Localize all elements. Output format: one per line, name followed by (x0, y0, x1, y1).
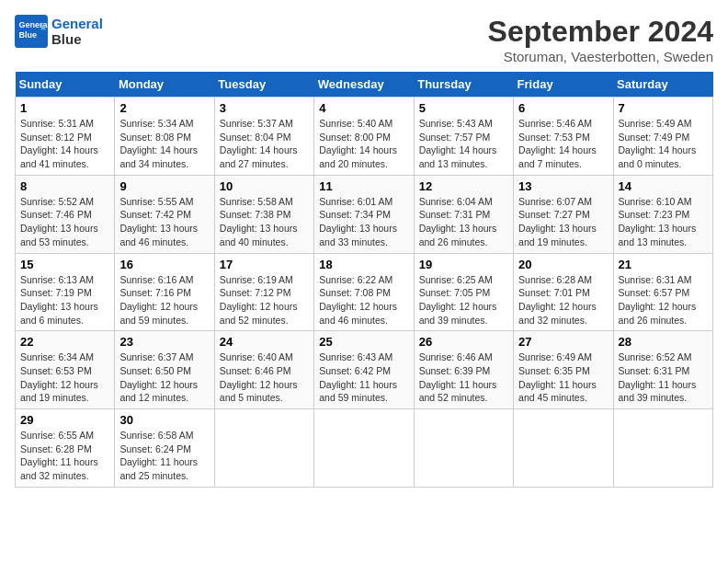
day-number: 16 (119, 258, 209, 271)
logo-icon: General Blue (15, 15, 48, 48)
day-info: Sunrise: 6:46 AM Sunset: 6:39 PM Dayligh… (419, 350, 508, 405)
day-cell-21: 21 Sunrise: 6:31 AM Sunset: 6:57 PM Dayl… (613, 253, 712, 331)
day-cell-17: 17 Sunrise: 6:19 AM Sunset: 7:12 PM Dayl… (214, 253, 313, 331)
day-number: 23 (119, 335, 209, 349)
day-info: Sunrise: 5:31 AM Sunset: 8:12 PM Dayligh… (20, 117, 109, 171)
day-number: 21 (619, 258, 708, 271)
day-info: Sunrise: 6:19 AM Sunset: 7:12 PM Dayligh… (220, 273, 309, 327)
day-cell-25: 25 Sunrise: 6:43 AM Sunset: 6:42 PM Dayl… (314, 331, 414, 409)
week-row: 1 Sunrise: 5:31 AM Sunset: 8:12 PM Dayli… (16, 98, 713, 176)
empty-cell (414, 409, 513, 488)
day-number: 13 (518, 179, 608, 193)
day-cell-2: 2 Sunrise: 5:34 AM Sunset: 8:08 PM Dayli… (115, 98, 214, 176)
day-number: 27 (518, 335, 608, 349)
svg-text:Blue: Blue (19, 30, 38, 40)
day-number: 20 (518, 258, 608, 271)
day-cell-22: 22 Sunrise: 6:34 AM Sunset: 6:53 PM Dayl… (16, 331, 115, 409)
day-info: Sunrise: 6:31 AM Sunset: 6:57 PM Dayligh… (619, 273, 708, 327)
day-number: 30 (119, 413, 209, 427)
empty-cell (514, 409, 613, 488)
day-cell-3: 3 Sunrise: 5:37 AM Sunset: 8:04 PM Dayli… (214, 98, 313, 176)
day-info: Sunrise: 5:58 AM Sunset: 7:38 PM Dayligh… (220, 195, 309, 249)
day-info: Sunrise: 5:40 AM Sunset: 8:00 PM Dayligh… (319, 117, 408, 171)
day-number: 24 (220, 335, 309, 349)
day-info: Sunrise: 6:37 AM Sunset: 6:50 PM Dayligh… (119, 350, 209, 405)
header-thursday: Thursday (414, 72, 513, 98)
day-cell-6: 6 Sunrise: 5:46 AM Sunset: 7:53 PM Dayli… (514, 98, 613, 176)
day-info: Sunrise: 6:28 AM Sunset: 7:01 PM Dayligh… (518, 273, 608, 327)
day-info: Sunrise: 6:16 AM Sunset: 7:16 PM Dayligh… (119, 273, 209, 327)
title-area: September 2024 Storuman, Vaesterbotten, … (488, 15, 713, 64)
calendar-subtitle: Storuman, Vaesterbotten, Sweden (488, 49, 713, 64)
day-cell-30: 30 Sunrise: 6:58 AM Sunset: 6:24 PM Dayl… (115, 409, 214, 488)
day-cell-23: 23 Sunrise: 6:37 AM Sunset: 6:50 PM Dayl… (115, 331, 214, 409)
header-saturday: Saturday (613, 72, 712, 98)
day-info: Sunrise: 6:13 AM Sunset: 7:19 PM Dayligh… (20, 273, 109, 327)
day-number: 28 (619, 335, 708, 349)
day-number: 5 (419, 101, 508, 115)
week-row: 29 Sunrise: 6:55 AM Sunset: 6:28 PM Dayl… (16, 409, 713, 488)
day-info: Sunrise: 6:55 AM Sunset: 6:28 PM Dayligh… (20, 429, 109, 483)
day-number: 1 (20, 101, 109, 115)
day-cell-20: 20 Sunrise: 6:28 AM Sunset: 7:01 PM Dayl… (514, 253, 613, 331)
day-number: 4 (319, 101, 408, 115)
empty-cell (613, 409, 712, 488)
day-number: 11 (319, 179, 408, 193)
day-cell-15: 15 Sunrise: 6:13 AM Sunset: 7:19 PM Dayl… (16, 253, 115, 331)
day-cell-29: 29 Sunrise: 6:55 AM Sunset: 6:28 PM Dayl… (16, 409, 115, 488)
day-cell-24: 24 Sunrise: 6:40 AM Sunset: 6:46 PM Dayl… (214, 331, 313, 409)
day-number: 17 (220, 258, 309, 271)
day-info: Sunrise: 5:46 AM Sunset: 7:53 PM Dayligh… (518, 117, 608, 171)
day-info: Sunrise: 5:34 AM Sunset: 8:08 PM Dayligh… (119, 117, 209, 171)
day-info: Sunrise: 6:52 AM Sunset: 6:31 PM Dayligh… (619, 350, 708, 405)
day-cell-10: 10 Sunrise: 5:58 AM Sunset: 7:38 PM Dayl… (214, 175, 313, 253)
day-number: 26 (419, 335, 508, 349)
day-info: Sunrise: 6:01 AM Sunset: 7:34 PM Dayligh… (319, 195, 408, 249)
day-number: 15 (20, 258, 109, 271)
header-sunday: Sunday (16, 72, 115, 98)
day-number: 18 (319, 258, 408, 271)
header-tuesday: Tuesday (214, 72, 313, 98)
day-cell-12: 12 Sunrise: 6:04 AM Sunset: 7:31 PM Dayl… (414, 175, 513, 253)
calendar-table: Sunday Monday Tuesday Wednesday Thursday… (15, 72, 713, 488)
day-number: 14 (619, 179, 708, 193)
day-cell-4: 4 Sunrise: 5:40 AM Sunset: 8:00 PM Dayli… (314, 98, 414, 176)
day-number: 10 (220, 179, 309, 193)
day-info: Sunrise: 6:43 AM Sunset: 6:42 PM Dayligh… (319, 350, 408, 405)
day-cell-18: 18 Sunrise: 6:22 AM Sunset: 7:08 PM Dayl… (314, 253, 414, 331)
logo-line2: Blue (51, 31, 82, 47)
week-row: 22 Sunrise: 6:34 AM Sunset: 6:53 PM Dayl… (16, 331, 713, 409)
day-number: 2 (119, 101, 209, 115)
day-number: 25 (319, 335, 408, 349)
day-info: Sunrise: 6:34 AM Sunset: 6:53 PM Dayligh… (20, 350, 109, 405)
day-info: Sunrise: 5:43 AM Sunset: 7:57 PM Dayligh… (419, 117, 508, 171)
day-cell-5: 5 Sunrise: 5:43 AM Sunset: 7:57 PM Dayli… (414, 98, 513, 176)
day-info: Sunrise: 6:10 AM Sunset: 7:23 PM Dayligh… (619, 195, 708, 249)
day-number: 6 (518, 101, 608, 115)
day-cell-13: 13 Sunrise: 6:07 AM Sunset: 7:27 PM Dayl… (514, 175, 613, 253)
week-row: 15 Sunrise: 6:13 AM Sunset: 7:19 PM Dayl… (16, 253, 713, 331)
day-info: Sunrise: 6:07 AM Sunset: 7:27 PM Dayligh… (518, 195, 608, 249)
logo-line1: General (51, 16, 103, 31)
day-cell-27: 27 Sunrise: 6:49 AM Sunset: 6:35 PM Dayl… (514, 331, 613, 409)
day-number: 9 (119, 179, 209, 193)
weekday-header-row: Sunday Monday Tuesday Wednesday Thursday… (16, 72, 713, 98)
day-cell-26: 26 Sunrise: 6:46 AM Sunset: 6:39 PM Dayl… (414, 331, 513, 409)
calendar-title: September 2024 (488, 15, 713, 49)
day-cell-8: 8 Sunrise: 5:52 AM Sunset: 7:46 PM Dayli… (16, 175, 115, 253)
day-cell-11: 11 Sunrise: 6:01 AM Sunset: 7:34 PM Dayl… (314, 175, 414, 253)
week-row: 8 Sunrise: 5:52 AM Sunset: 7:46 PM Dayli… (16, 175, 713, 253)
day-info: Sunrise: 5:37 AM Sunset: 8:04 PM Dayligh… (220, 117, 309, 171)
day-info: Sunrise: 6:58 AM Sunset: 6:24 PM Dayligh… (119, 429, 209, 483)
day-info: Sunrise: 6:40 AM Sunset: 6:46 PM Dayligh… (220, 350, 309, 405)
day-number: 29 (20, 413, 109, 427)
logo: General Blue General Blue (15, 15, 103, 48)
header-wednesday: Wednesday (314, 72, 414, 98)
day-cell-7: 7 Sunrise: 5:49 AM Sunset: 7:49 PM Dayli… (613, 98, 712, 176)
day-info: Sunrise: 6:04 AM Sunset: 7:31 PM Dayligh… (419, 195, 508, 249)
day-info: Sunrise: 5:52 AM Sunset: 7:46 PM Dayligh… (20, 195, 109, 249)
day-number: 19 (419, 258, 508, 271)
day-cell-19: 19 Sunrise: 6:25 AM Sunset: 7:05 PM Dayl… (414, 253, 513, 331)
day-number: 8 (20, 179, 109, 193)
day-number: 7 (619, 101, 708, 115)
